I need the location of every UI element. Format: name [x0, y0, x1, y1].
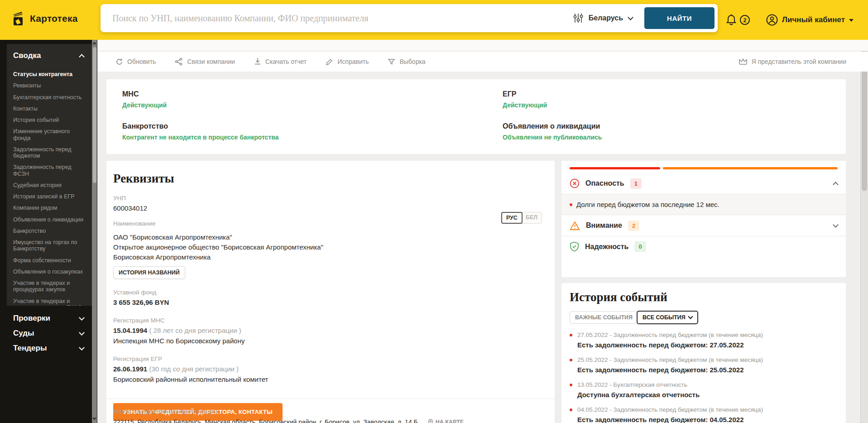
sidebar-item-istoriya-sobytiy[interactable]: История событий: [13, 117, 87, 123]
mns-reg-date: 15.04.1994: [113, 327, 147, 334]
risk-row-reliability[interactable]: Надежность 0: [561, 236, 846, 257]
risk-row-danger[interactable]: Опасность 1: [561, 173, 846, 194]
risk-bar-red-segment: [570, 167, 660, 169]
kartoteka-logo[interactable]: Картотека: [12, 11, 78, 26]
edit-button[interactable]: Исправить: [326, 58, 369, 66]
mns-reg-org: Инспекция МНС по Борисовскому району: [113, 337, 541, 345]
region-label: Беларусь: [589, 14, 623, 22]
button-label: Выборка: [399, 58, 425, 65]
status-title: МНС: [122, 90, 503, 98]
sidebar-item-forma-sobstvennosti[interactable]: Форма собственности: [13, 257, 87, 264]
sidebar-item-bankrotstvo[interactable]: Банкротство: [13, 228, 87, 234]
sidebar-items: Статусы контрагента Реквизиты Бухгалтерс…: [7, 67, 92, 306]
status-value: Действующий: [122, 101, 503, 109]
sidebar-item-imushchestvo-na-torgah[interactable]: Имущество на торгах по Банкротству: [13, 239, 87, 252]
event-text: Есть задолженность перед бюджетом: 27.05…: [577, 341, 837, 349]
status-value: Объявления не публиковались: [503, 134, 846, 141]
sidebar-item-uchastie-v-tenderah-gias[interactable]: Участие в тендерах и процедурах закупок …: [13, 298, 87, 306]
company-links-button[interactable]: Связи компании: [175, 58, 235, 66]
event-text: Есть задолженность перед бюджетом: 04.05…: [577, 416, 837, 423]
risk-label: Опасность: [585, 179, 624, 187]
sidebar-item-uchastie-v-tenderah[interactable]: Участие в тендерах и процедурах закупок: [13, 280, 87, 293]
events-tabs: ВАЖНЫЕ СОБЫТИЯ ВСЕ СОБЫТИЯ: [570, 311, 837, 324]
kartoteka-app: Сводка Статусы контрагента Реквизиты Бух…: [0, 0, 868, 423]
sidebar-item-istoriya-zapisey-egr[interactable]: История записей в ЕГР: [13, 193, 87, 200]
risk-count-badge: 1: [630, 178, 642, 189]
sidebar-item-obyavleniya-o-likvidatsii[interactable]: Объявления о ликвидации: [13, 216, 87, 223]
sidebar-item-obyavleniya-o-goszakupkah[interactable]: Объявления о госзакупках: [13, 269, 87, 275]
name-history-button[interactable]: ИСТОРИЯ НАЗВАНИЙ: [113, 266, 185, 279]
event-item: 27.05.2022 - Задолженность перед бюджето…: [570, 332, 837, 349]
header-substrip: [97, 40, 868, 51]
download-icon: [254, 58, 261, 66]
sidebar-item-buhgalterskaya-otchetnost[interactable]: Бухгалтерская отчетность: [13, 94, 87, 101]
notification-badge[interactable]: 2: [740, 15, 750, 25]
sidebar-section-sudy[interactable]: Суды: [7, 327, 92, 340]
sidebar-item-statusy-kontragenta[interactable]: Статусы контрагента: [13, 71, 87, 77]
status-mns: МНС Действующий: [122, 90, 503, 109]
risk-danger-details: Долги перед бюджетом за последние 12 мес…: [561, 194, 846, 215]
risk-count-badge: 2: [628, 221, 639, 231]
refresh-icon: [115, 58, 123, 66]
chevron-down-icon: [688, 314, 693, 319]
mns-registration-field: Регистрация МНС 15.04.1994 ( 28 лет со д…: [113, 317, 541, 345]
event-meta: 25.05.2022 - Задолженность перед бюджето…: [577, 356, 837, 363]
find-button[interactable]: НАЙТИ: [644, 7, 715, 29]
region-selector[interactable]: Беларусь: [569, 13, 644, 24]
page-scrollbar[interactable]: [860, 40, 868, 423]
lang-bel-button[interactable]: БЕЛ: [521, 212, 542, 224]
sidebar-scrollbar[interactable]: [92, 40, 97, 423]
name-label: Наименование: [113, 220, 541, 227]
company-representative-link[interactable]: Я представитель этой компании: [739, 52, 846, 72]
sidebar-item-sudebnaya-istoriya[interactable]: Судебная история: [13, 182, 87, 188]
sidebar-section-tendery[interactable]: Тендеры: [7, 341, 92, 355]
requisites-card: Реквизиты УНП 600034012 Наименование ОАО…: [106, 161, 555, 423]
events-card: История событий ВАЖНЫЕ СОБЫТИЯ ВСЕ СОБЫТ…: [561, 283, 846, 423]
unp-label: УНП: [113, 195, 541, 202]
tab-all-events[interactable]: ВСЕ СОБЫТИЯ: [637, 311, 698, 324]
account-menu[interactable]: Личный кабинет: [766, 14, 854, 26]
download-report-button[interactable]: Скачать отчет: [254, 58, 307, 66]
network-icon: [175, 58, 183, 66]
event-meta: 27.05.2022 - Задолженность перед бюджето…: [577, 332, 837, 338]
sidebar-scrollbar-thumb[interactable]: [93, 47, 96, 183]
event-dot: [570, 384, 572, 386]
risk-label: Внимание: [586, 221, 622, 230]
refresh-button[interactable]: Обновить: [115, 58, 156, 66]
sidebar-section-svodka-header[interactable]: Сводка: [7, 44, 92, 67]
unp-value: 600034012: [113, 204, 541, 212]
registration-place-field: Место государственной регистрации 222115…: [113, 408, 548, 423]
sidebar-item-rekvizity[interactable]: Реквизиты: [13, 82, 87, 89]
top-header: Картотека Беларусь НАЙТИ: [0, 0, 868, 40]
sidebar-item-zadolzhennost-fszn[interactable]: Задолженность перед ФСЗН: [13, 164, 87, 177]
sidebar-item-kontakty[interactable]: Контакты: [13, 106, 87, 112]
sidebar-item-zadolzhennost-byudzhet[interactable]: Задолженность перед бюджетом: [13, 146, 87, 159]
bell-icon[interactable]: [726, 14, 736, 26]
sidebar-section-proverki[interactable]: Проверки: [7, 312, 92, 325]
egr-reg-note: (30 год со дня регистрации ): [149, 365, 239, 373]
sidebar-item-izmenenie-ustavnogo-fonda[interactable]: Изменение уставного фонда: [13, 128, 87, 141]
shield-check-icon: [570, 241, 579, 252]
selection-button[interactable]: Выборка: [388, 58, 425, 66]
company-toolbar: Обновить Связи компании Скачать отчет: [97, 52, 868, 72]
status-egr: ЕГР Действующий: [503, 90, 846, 109]
risk-row-warning[interactable]: Внимание 2: [561, 215, 846, 236]
map-link-label: НА КАРТЕ: [436, 419, 464, 423]
language-toggle: РУС БЕЛ: [501, 212, 542, 224]
fund-field: Уставной фонд 3 655 326,96 BYN: [113, 289, 541, 306]
logo-text: Картотека: [30, 13, 78, 24]
status-bankruptcy: Банкротство Контрагент не находится в пр…: [122, 122, 503, 141]
lang-rus-button[interactable]: РУС: [501, 212, 523, 224]
tab-label: ВСЕ СОБЫТИЯ: [643, 314, 686, 321]
sidebar-item-kompanii-ryadom[interactable]: Компании рядом: [13, 205, 87, 211]
search-input[interactable]: [101, 4, 569, 32]
unp-field: УНП 600034012: [113, 195, 541, 212]
map-link[interactable]: НА КАРТЕ: [428, 419, 464, 423]
risk-bar: [561, 167, 846, 169]
scroll-down-icon[interactable]: [92, 415, 96, 423]
status-value: Контрагент не находится в процессе банкр…: [122, 134, 503, 141]
name-field: Наименование ОАО "Борисовская Агропромте…: [113, 220, 541, 279]
filter-sliders-icon: [573, 13, 583, 24]
fund-label: Уставной фонд: [113, 289, 541, 296]
tab-important-events[interactable]: ВАЖНЫЕ СОБЫТИЯ: [570, 311, 638, 324]
